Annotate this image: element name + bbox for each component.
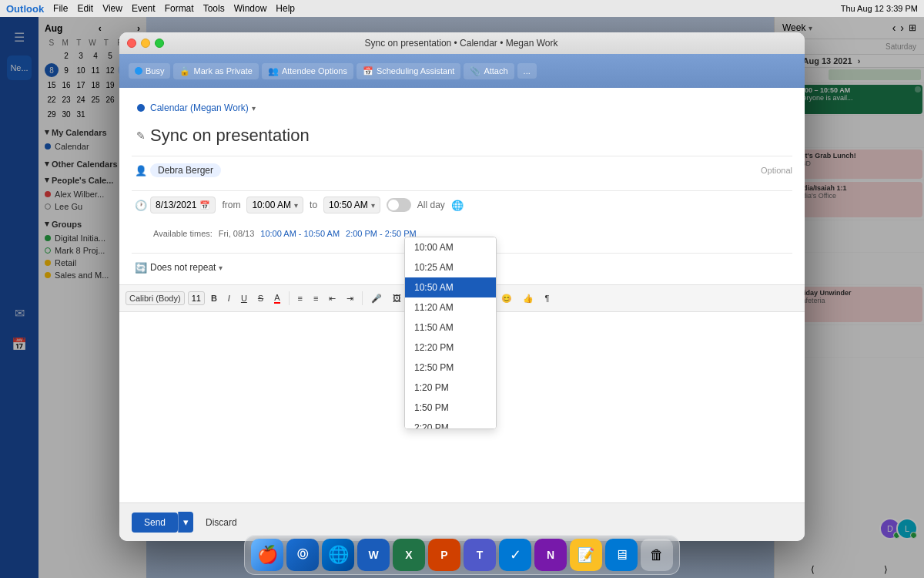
send-button[interactable]: Send	[132, 512, 178, 533]
time-option[interactable]: 1:20 PM	[405, 378, 496, 398]
calendar-selector-icon	[132, 104, 150, 112]
format-indent-increase[interactable]: ⇥	[342, 291, 358, 306]
format-align-left[interactable]: ≡	[293, 291, 307, 305]
separator-1	[132, 156, 792, 156]
menu-view[interactable]: View	[102, 3, 122, 14]
paragraph-button[interactable]: ¶	[540, 291, 554, 305]
time-option[interactable]: 1:50 PM	[405, 398, 496, 418]
to-time-picker[interactable]: 10:50 AM ▾	[323, 197, 380, 213]
time-option[interactable]: 11:50 AM	[405, 318, 496, 338]
more-options-button[interactable]: ...	[517, 63, 537, 79]
calendar-icon: 📅	[363, 66, 373, 76]
time-option[interactable]: 10:00 AM	[405, 237, 496, 257]
lock-icon: 🔒	[179, 66, 190, 76]
close-button[interactable]	[127, 39, 136, 48]
calendar-color-dot	[137, 104, 145, 112]
attendee-icon: 👤	[132, 165, 150, 176]
menubar-left: Outlook File Edit View Event Format Tool…	[6, 3, 295, 15]
attendee-chip[interactable]: Debra Berger	[150, 163, 221, 177]
font-size-stepper[interactable]: 11	[188, 291, 205, 305]
emoji-button[interactable]: 😊	[497, 291, 517, 306]
format-separator-2	[362, 291, 363, 305]
available-date: Fri, 08/13	[219, 229, 254, 238]
format-bold-button[interactable]: B	[206, 291, 222, 305]
format-align-center[interactable]: ≡	[309, 291, 323, 305]
format-strikethrough-button[interactable]: S	[253, 291, 268, 305]
format-indent-decrease[interactable]: ⇤	[324, 291, 340, 306]
dock-powerpoint[interactable]: P	[428, 539, 460, 571]
calendar-selector-row: Calendar (Megan Work) ▾	[132, 97, 792, 119]
maximize-button[interactable]	[155, 39, 164, 48]
available-times-content: Available times: Fri, 08/13 10:00 AM - 1…	[153, 229, 417, 238]
time-option[interactable]: 10:25 AM	[405, 257, 496, 277]
person-icon: 👤	[135, 165, 147, 176]
menu-tools[interactable]: Tools	[203, 3, 225, 14]
time-option[interactable]: 12:20 PM	[405, 338, 496, 358]
calendar-selector-content[interactable]: Calendar (Megan Work) ▾	[150, 102, 792, 113]
menu-file[interactable]: File	[53, 3, 68, 14]
separator-2	[132, 190, 792, 191]
scheduling-assistant-button[interactable]: 📅 Scheduling Assistant	[357, 63, 461, 79]
mark-private-button[interactable]: 🔒 Mark as Private	[173, 63, 258, 79]
dock-sticky-notes[interactable]: 📝	[570, 539, 602, 571]
dock-trash[interactable]: 🗑	[641, 539, 673, 571]
format-italic-button[interactable]: I	[223, 291, 235, 305]
calendar-picker-icon: 📅	[199, 200, 210, 210]
repeat-chevron-icon[interactable]: ▾	[219, 264, 223, 272]
all-day-toggle[interactable]	[387, 198, 411, 212]
pencil-icon: ✎	[136, 129, 146, 142]
menubar-time: Thu Aug 12 3:39 PM	[841, 4, 918, 13]
dock-todo[interactable]: ✓	[499, 539, 531, 571]
send-button-group: Send ▾	[132, 512, 193, 533]
calendar-selector-label: Calendar (Megan Work)	[150, 102, 249, 113]
dock-word[interactable]: W	[357, 539, 390, 571]
time-option[interactable]: 12:50 PM	[405, 358, 496, 378]
busy-dot-icon	[135, 67, 142, 75]
send-dropdown-button[interactable]: ▾	[178, 512, 193, 533]
calendar-chevron-icon[interactable]: ▾	[252, 104, 256, 113]
menu-window[interactable]: Window	[234, 3, 267, 14]
modal-title: Sync on presentation • Calendar • Megan …	[169, 38, 754, 49]
attendee-options-button[interactable]: 👥 Attendee Options	[262, 63, 353, 79]
title-icon: ✎	[132, 129, 150, 142]
menu-help[interactable]: Help	[276, 3, 295, 14]
font-color-button[interactable]: A	[270, 291, 284, 306]
format-underline-button[interactable]: U	[236, 291, 252, 305]
minimize-button[interactable]	[141, 39, 150, 48]
modal-overlay: Sync on presentation • Calendar • Megan …	[0, 17, 924, 578]
dock-finder[interactable]: 🍎	[251, 539, 283, 571]
modal-toolbar: Busy 🔒 Mark as Private 👥 Attendee Option…	[119, 54, 805, 88]
dock-edge[interactable]: 🌐	[322, 539, 354, 571]
discard-button[interactable]: Discard	[199, 512, 243, 533]
date-picker[interactable]: 8/13/2021 📅	[150, 197, 216, 213]
from-label: from	[222, 200, 240, 210]
attach-button[interactable]: 📎 Attach	[464, 63, 514, 79]
time-dropdown[interactable]: 10:00 AM10:25 AM10:50 AM11:20 AM11:50 AM…	[404, 237, 497, 429]
repeat-label: Does not repeat	[150, 262, 216, 273]
time-option[interactable]: 2:20 PM	[405, 418, 496, 429]
dock-outlook[interactable]: Ⓞ	[286, 539, 319, 571]
menu-edit[interactable]: Edit	[77, 3, 93, 14]
format-separator-1	[289, 291, 290, 305]
timezone-icon[interactable]: 🌐	[451, 200, 464, 211]
available-times-label: Available times:	[153, 229, 213, 238]
time-slot-1-link[interactable]: 10:00 AM - 10:50 AM	[260, 229, 340, 238]
dock-teams[interactable]: T	[464, 539, 496, 571]
from-time-picker[interactable]: 10:00 AM ▾	[246, 197, 303, 213]
dock-excel[interactable]: X	[393, 539, 425, 571]
insert-image-button[interactable]: 🖼	[388, 291, 406, 305]
event-title-input[interactable]	[150, 126, 792, 146]
dock-remote-desktop[interactable]: 🖥	[605, 539, 638, 571]
time-option[interactable]: 10:50 AM	[405, 277, 496, 297]
paperclip-icon: 📎	[470, 66, 480, 76]
dock-onenote[interactable]: N	[534, 539, 567, 571]
busy-button[interactable]: Busy	[129, 63, 170, 79]
optional-label: Optional	[761, 166, 792, 175]
like-button[interactable]: 👍	[518, 291, 538, 306]
insert-microphone-button[interactable]: 🎤	[367, 291, 387, 306]
to-label: to	[310, 200, 317, 210]
font-selector[interactable]: Calibri (Body)	[126, 291, 185, 305]
time-option[interactable]: 11:20 AM	[405, 297, 496, 318]
menu-event[interactable]: Event	[132, 3, 156, 14]
menu-format[interactable]: Format	[165, 3, 194, 14]
